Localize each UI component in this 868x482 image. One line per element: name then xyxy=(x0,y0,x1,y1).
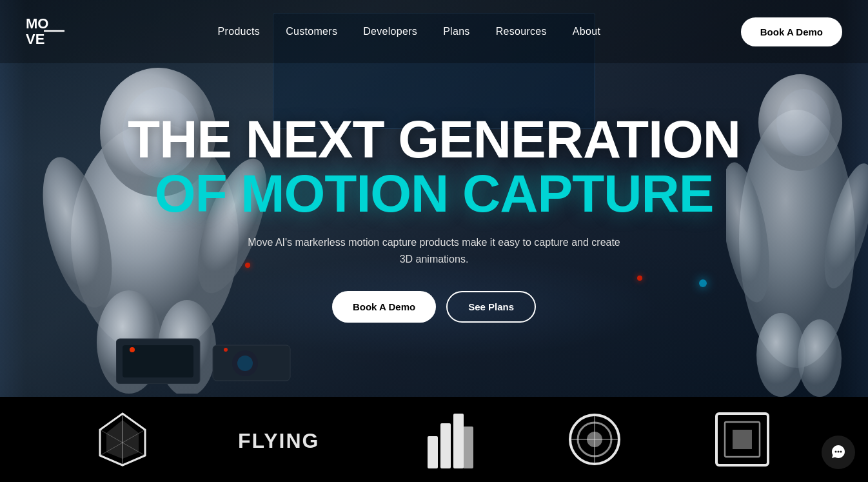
nav-links: Products Customers Developers Plans Reso… xyxy=(218,26,601,37)
nav-link-about[interactable]: About xyxy=(573,26,600,37)
partner-logo-bars xyxy=(424,410,476,468)
nav-link-customers[interactable]: Customers xyxy=(286,26,337,37)
svg-rect-30 xyxy=(428,436,438,468)
nav-link-resources[interactable]: Resources xyxy=(496,26,547,37)
svg-rect-31 xyxy=(440,423,451,468)
hero-title-line1: THE NEXT GENERATION xyxy=(128,113,740,166)
nav-book-demo-button[interactable]: Book A Demo xyxy=(741,17,842,46)
svg-point-42 xyxy=(835,451,837,453)
hero-subtitle: Move AI's markerless motion capture prod… xyxy=(247,234,621,267)
nav-item-customers[interactable]: Customers xyxy=(286,26,337,37)
nav-link-products[interactable]: Products xyxy=(218,26,261,37)
svg-text:VE: VE xyxy=(26,31,44,47)
nav-item-plans[interactable]: Plans xyxy=(443,26,470,37)
nav-item-resources[interactable]: Resources xyxy=(496,26,547,37)
logo-icon: MO VE xyxy=(26,14,77,50)
hero-book-demo-button[interactable]: Book A Demo xyxy=(332,291,436,323)
svg-point-43 xyxy=(838,451,840,453)
svg-text:MO: MO xyxy=(26,15,48,32)
partner-logo-apex xyxy=(97,410,148,468)
square-logo-icon xyxy=(713,410,771,468)
chat-bubble-icon xyxy=(830,444,847,461)
partner-logo-square xyxy=(713,410,771,468)
chat-widget[interactable] xyxy=(822,436,855,469)
apex-logo-icon xyxy=(97,410,148,468)
partner-logo-flying: FLYING xyxy=(238,423,335,456)
svg-rect-33 xyxy=(463,427,473,468)
svg-text:FLYING: FLYING xyxy=(238,429,319,452)
navbar: MO VE Products Customers Developers Plan… xyxy=(0,0,868,63)
logo[interactable]: MO VE xyxy=(26,14,77,50)
nav-link-plans[interactable]: Plans xyxy=(443,26,470,37)
nav-item-products[interactable]: Products xyxy=(218,26,261,37)
nav-item-about[interactable]: About xyxy=(573,26,600,37)
hero-title-line2: OF MOTION CAPTURE xyxy=(155,166,714,221)
svg-rect-41 xyxy=(733,430,752,449)
bars-logo-icon xyxy=(424,410,476,468)
nav-link-developers[interactable]: Developers xyxy=(363,26,417,37)
hero-see-plans-button[interactable]: See Plans xyxy=(446,291,536,323)
svg-rect-32 xyxy=(453,414,464,468)
svg-point-44 xyxy=(840,451,842,453)
logos-section: FLYING xyxy=(0,397,868,482)
nav-item-developers[interactable]: Developers xyxy=(363,26,417,37)
flying-logo-icon: FLYING xyxy=(238,423,335,456)
circle-logo-icon xyxy=(566,410,624,468)
partner-logo-circle xyxy=(566,410,624,468)
hero-buttons: Book A Demo See Plans xyxy=(332,291,536,323)
